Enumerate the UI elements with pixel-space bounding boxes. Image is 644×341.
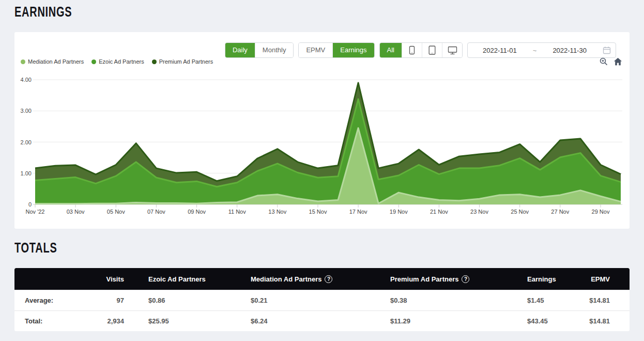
x-axis-label: 27 Nov [551,209,569,215]
date-end-input[interactable]: 2022-11-30 [538,47,602,54]
x-axis-label: 15 Nov [309,209,327,215]
phone-filter-button[interactable] [402,43,422,57]
legend-item-ezoic-ad-partners[interactable]: Ezoic Ad Partners [91,58,144,65]
x-axis-label: 13 Nov [268,209,286,215]
x-axis-label: 11 Nov [228,209,246,215]
date-range-picker[interactable]: 2022-11-01 ~ 2022-11-30 [467,42,616,58]
header-premium-ad-partners: Premium Ad Partners? [390,275,527,283]
x-axis-label: 03 Nov [67,209,85,215]
row-value: $6.24 [251,317,390,325]
desktop-filter-button[interactable] [442,43,462,57]
home-icon[interactable] [614,57,622,66]
tablet-icon [427,46,437,55]
calendar-icon[interactable] [602,46,616,54]
row-value: $14.81 [562,296,630,304]
header-ezoic-ad-partners: Ezoic Ad Partners [124,275,251,283]
legend-item-premium-ad-partners[interactable]: Premium Ad Partners [152,58,213,65]
metric-toggle-group: EPMVEarnings [298,42,374,58]
legend-item-mediation-ad-partners[interactable]: Mediation Ad Partners [21,58,84,65]
earnings-page: EARNINGS DailyMonthly EPMVEarnings All 2… [0,0,644,341]
date-range-separator: ~ [532,47,538,54]
row-label: Total: [14,317,95,325]
tablet-filter-button[interactable] [422,43,442,57]
row-value: 97 [95,296,124,304]
x-axis-label: 19 Nov [390,209,408,215]
row-label: Average: [14,296,95,304]
chart-legend: Mediation Ad PartnersEzoic Ad PartnersPr… [21,58,213,65]
page-title: EARNINGS [14,4,93,20]
header-epmv: EPMV [562,275,630,283]
area-ezoic-ad-partners [35,99,621,204]
legend-dot-icon [152,60,157,64]
row-value: $43.45 [527,317,562,325]
y-axis-label: 1.00 [16,170,32,176]
row-value: $11.29 [390,317,527,325]
x-axis-label: Nov '22 [26,209,45,215]
row-value: $25.95 [124,317,251,325]
row-value: $0.38 [390,296,527,304]
interval-toggle-group: DailyMonthly [225,42,294,58]
row-value: $0.21 [251,296,390,304]
help-icon[interactable]: ? [462,275,469,283]
x-axis-label: 23 Nov [470,209,488,215]
row-value: 2,934 [95,317,124,325]
totals-title: TOTALS [14,240,72,256]
phone-icon [407,46,417,55]
desktop-icon [448,46,457,55]
table-row-average: Average:97$0.86$0.21$0.38$1.45$14.81 [14,290,630,310]
earnings-chart-card: DailyMonthly EPMVEarnings All 2022-11-01… [14,32,630,229]
interval-daily-button[interactable]: Daily [225,43,255,57]
totals-table-header: VisitsEzoic Ad PartnersMediation Ad Part… [14,268,630,290]
chart-toolbar: DailyMonthly EPMVEarnings All 2022-11-01… [225,42,616,58]
y-axis-label: 3.00 [16,108,32,114]
header-mediation-ad-partners: Mediation Ad Partners? [251,275,390,283]
table-row-total: Total:2,934$25.95$6.24$11.29$43.45$14.81 [14,310,630,331]
earnings-area-chart[interactable]: 01.002.003.004.00Nov '2203 Nov05 Nov07 N… [14,72,630,224]
row-value: $14.81 [562,317,630,325]
x-axis-label: 29 Nov [592,209,610,215]
metric-earnings-button[interactable]: Earnings [332,43,374,57]
device-all-button[interactable]: All [380,43,402,57]
legend-label: Mediation Ad Partners [28,58,84,65]
x-axis-label: 25 Nov [511,209,529,215]
x-axis-label: 21 Nov [430,209,448,215]
y-axis-label: 2.00 [16,139,32,145]
zoom-in-icon[interactable] [600,57,608,66]
legend-label: Premium Ad Partners [159,58,213,65]
device-toggle-group: All [379,42,463,58]
legend-dot-icon [91,60,96,64]
y-axis-label: 0 [16,201,32,207]
header-visits: Visits [95,275,124,283]
totals-table: VisitsEzoic Ad PartnersMediation Ad Part… [14,268,630,331]
y-axis-label: 4.00 [16,77,32,83]
x-axis-label: 05 Nov [107,209,125,215]
help-icon[interactable]: ? [325,275,332,283]
x-axis-label: 09 Nov [188,209,206,215]
totals-table-body: Average:97$0.86$0.21$0.38$1.45$14.81Tota… [14,290,630,331]
x-axis-label: 07 Nov [147,209,165,215]
legend-row: Mediation Ad PartnersEzoic Ad PartnersPr… [21,57,622,66]
chart-actions [600,57,622,66]
date-start-input[interactable]: 2022-11-01 [468,47,532,54]
header-earnings: Earnings [527,275,562,283]
legend-label: Ezoic Ad Partners [99,58,144,65]
legend-dot-icon [21,60,25,64]
row-value: $0.86 [124,296,251,304]
x-axis-label: 17 Nov [349,209,367,215]
row-value: $1.45 [527,296,562,304]
metric-epmv-button[interactable]: EPMV [299,43,332,57]
interval-monthly-button[interactable]: Monthly [255,43,294,57]
